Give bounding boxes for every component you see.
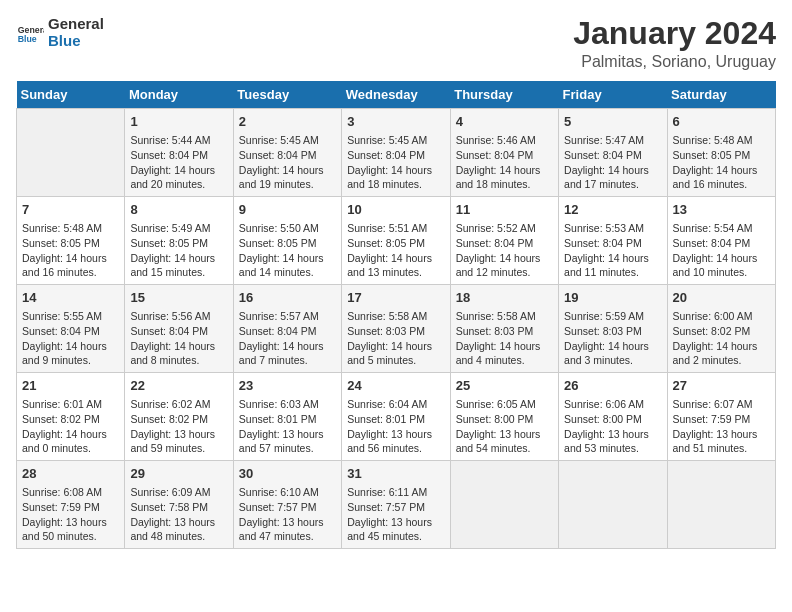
day-number: 5 xyxy=(564,113,661,131)
day-info: Sunrise: 5:51 AM Sunset: 8:05 PM Dayligh… xyxy=(347,221,444,280)
day-info: Sunrise: 6:08 AM Sunset: 7:59 PM Dayligh… xyxy=(22,485,119,544)
day-number: 26 xyxy=(564,377,661,395)
day-info: Sunrise: 5:56 AM Sunset: 8:04 PM Dayligh… xyxy=(130,309,227,368)
calendar-cell: 8Sunrise: 5:49 AM Sunset: 8:05 PM Daylig… xyxy=(125,197,233,285)
svg-text:Blue: Blue xyxy=(18,33,37,43)
day-number: 1 xyxy=(130,113,227,131)
calendar-cell: 1Sunrise: 5:44 AM Sunset: 8:04 PM Daylig… xyxy=(125,109,233,197)
day-info: Sunrise: 6:10 AM Sunset: 7:57 PM Dayligh… xyxy=(239,485,336,544)
day-info: Sunrise: 5:45 AM Sunset: 8:04 PM Dayligh… xyxy=(347,133,444,192)
calendar-cell xyxy=(559,460,667,548)
day-number: 23 xyxy=(239,377,336,395)
day-number: 30 xyxy=(239,465,336,483)
day-info: Sunrise: 6:11 AM Sunset: 7:57 PM Dayligh… xyxy=(347,485,444,544)
day-info: Sunrise: 6:01 AM Sunset: 8:02 PM Dayligh… xyxy=(22,397,119,456)
calendar-cell: 22Sunrise: 6:02 AM Sunset: 8:02 PM Dayli… xyxy=(125,373,233,461)
day-info: Sunrise: 6:06 AM Sunset: 8:00 PM Dayligh… xyxy=(564,397,661,456)
day-info: Sunrise: 5:44 AM Sunset: 8:04 PM Dayligh… xyxy=(130,133,227,192)
day-number: 10 xyxy=(347,201,444,219)
weekday-header-saturday: Saturday xyxy=(667,81,775,109)
calendar-cell: 19Sunrise: 5:59 AM Sunset: 8:03 PM Dayli… xyxy=(559,285,667,373)
day-info: Sunrise: 5:58 AM Sunset: 8:03 PM Dayligh… xyxy=(456,309,553,368)
calendar-cell: 31Sunrise: 6:11 AM Sunset: 7:57 PM Dayli… xyxy=(342,460,450,548)
day-info: Sunrise: 5:48 AM Sunset: 8:05 PM Dayligh… xyxy=(22,221,119,280)
calendar-subtitle: Palmitas, Soriano, Uruguay xyxy=(573,53,776,71)
day-info: Sunrise: 5:46 AM Sunset: 8:04 PM Dayligh… xyxy=(456,133,553,192)
logo-general: General xyxy=(48,16,104,33)
day-info: Sunrise: 6:02 AM Sunset: 8:02 PM Dayligh… xyxy=(130,397,227,456)
calendar-cell: 27Sunrise: 6:07 AM Sunset: 7:59 PM Dayli… xyxy=(667,373,775,461)
page-header: General Blue General Blue January 2024 P… xyxy=(16,16,776,71)
calendar-cell: 5Sunrise: 5:47 AM Sunset: 8:04 PM Daylig… xyxy=(559,109,667,197)
day-number: 9 xyxy=(239,201,336,219)
weekday-header-friday: Friday xyxy=(559,81,667,109)
calendar-cell: 12Sunrise: 5:53 AM Sunset: 8:04 PM Dayli… xyxy=(559,197,667,285)
day-number: 19 xyxy=(564,289,661,307)
day-info: Sunrise: 5:55 AM Sunset: 8:04 PM Dayligh… xyxy=(22,309,119,368)
day-number: 8 xyxy=(130,201,227,219)
calendar-cell: 6Sunrise: 5:48 AM Sunset: 8:05 PM Daylig… xyxy=(667,109,775,197)
day-number: 22 xyxy=(130,377,227,395)
calendar-cell: 11Sunrise: 5:52 AM Sunset: 8:04 PM Dayli… xyxy=(450,197,558,285)
calendar-cell: 3Sunrise: 5:45 AM Sunset: 8:04 PM Daylig… xyxy=(342,109,450,197)
calendar-cell: 10Sunrise: 5:51 AM Sunset: 8:05 PM Dayli… xyxy=(342,197,450,285)
calendar-cell: 9Sunrise: 5:50 AM Sunset: 8:05 PM Daylig… xyxy=(233,197,341,285)
weekday-header-sunday: Sunday xyxy=(17,81,125,109)
day-number: 29 xyxy=(130,465,227,483)
calendar-table: SundayMondayTuesdayWednesdayThursdayFrid… xyxy=(16,81,776,549)
day-number: 27 xyxy=(673,377,770,395)
day-info: Sunrise: 5:52 AM Sunset: 8:04 PM Dayligh… xyxy=(456,221,553,280)
calendar-cell: 18Sunrise: 5:58 AM Sunset: 8:03 PM Dayli… xyxy=(450,285,558,373)
day-number: 15 xyxy=(130,289,227,307)
day-number: 4 xyxy=(456,113,553,131)
day-info: Sunrise: 6:00 AM Sunset: 8:02 PM Dayligh… xyxy=(673,309,770,368)
calendar-week-row: 7Sunrise: 5:48 AM Sunset: 8:05 PM Daylig… xyxy=(17,197,776,285)
day-number: 17 xyxy=(347,289,444,307)
day-number: 16 xyxy=(239,289,336,307)
calendar-cell: 24Sunrise: 6:04 AM Sunset: 8:01 PM Dayli… xyxy=(342,373,450,461)
calendar-cell: 13Sunrise: 5:54 AM Sunset: 8:04 PM Dayli… xyxy=(667,197,775,285)
day-info: Sunrise: 5:47 AM Sunset: 8:04 PM Dayligh… xyxy=(564,133,661,192)
day-info: Sunrise: 5:58 AM Sunset: 8:03 PM Dayligh… xyxy=(347,309,444,368)
logo: General Blue General Blue xyxy=(16,16,104,49)
calendar-cell: 26Sunrise: 6:06 AM Sunset: 8:00 PM Dayli… xyxy=(559,373,667,461)
calendar-cell: 4Sunrise: 5:46 AM Sunset: 8:04 PM Daylig… xyxy=(450,109,558,197)
day-info: Sunrise: 6:05 AM Sunset: 8:00 PM Dayligh… xyxy=(456,397,553,456)
day-number: 18 xyxy=(456,289,553,307)
logo-blue: Blue xyxy=(48,33,104,50)
logo-icon: General Blue xyxy=(16,19,44,47)
calendar-cell: 20Sunrise: 6:00 AM Sunset: 8:02 PM Dayli… xyxy=(667,285,775,373)
calendar-week-row: 28Sunrise: 6:08 AM Sunset: 7:59 PM Dayli… xyxy=(17,460,776,548)
day-info: Sunrise: 6:09 AM Sunset: 7:58 PM Dayligh… xyxy=(130,485,227,544)
calendar-cell: 30Sunrise: 6:10 AM Sunset: 7:57 PM Dayli… xyxy=(233,460,341,548)
calendar-cell: 2Sunrise: 5:45 AM Sunset: 8:04 PM Daylig… xyxy=(233,109,341,197)
day-number: 13 xyxy=(673,201,770,219)
calendar-cell: 28Sunrise: 6:08 AM Sunset: 7:59 PM Dayli… xyxy=(17,460,125,548)
day-number: 25 xyxy=(456,377,553,395)
day-number: 12 xyxy=(564,201,661,219)
day-number: 6 xyxy=(673,113,770,131)
day-number: 14 xyxy=(22,289,119,307)
day-info: Sunrise: 5:54 AM Sunset: 8:04 PM Dayligh… xyxy=(673,221,770,280)
weekday-header-row: SundayMondayTuesdayWednesdayThursdayFrid… xyxy=(17,81,776,109)
calendar-cell: 29Sunrise: 6:09 AM Sunset: 7:58 PM Dayli… xyxy=(125,460,233,548)
day-info: Sunrise: 6:07 AM Sunset: 7:59 PM Dayligh… xyxy=(673,397,770,456)
day-info: Sunrise: 5:49 AM Sunset: 8:05 PM Dayligh… xyxy=(130,221,227,280)
title-area: January 2024 Palmitas, Soriano, Uruguay xyxy=(573,16,776,71)
day-info: Sunrise: 5:57 AM Sunset: 8:04 PM Dayligh… xyxy=(239,309,336,368)
day-info: Sunrise: 5:48 AM Sunset: 8:05 PM Dayligh… xyxy=(673,133,770,192)
calendar-cell: 16Sunrise: 5:57 AM Sunset: 8:04 PM Dayli… xyxy=(233,285,341,373)
day-number: 20 xyxy=(673,289,770,307)
day-number: 11 xyxy=(456,201,553,219)
calendar-cell: 23Sunrise: 6:03 AM Sunset: 8:01 PM Dayli… xyxy=(233,373,341,461)
day-number: 28 xyxy=(22,465,119,483)
day-number: 7 xyxy=(22,201,119,219)
weekday-header-wednesday: Wednesday xyxy=(342,81,450,109)
day-number: 21 xyxy=(22,377,119,395)
day-number: 31 xyxy=(347,465,444,483)
calendar-week-row: 21Sunrise: 6:01 AM Sunset: 8:02 PM Dayli… xyxy=(17,373,776,461)
day-number: 3 xyxy=(347,113,444,131)
day-info: Sunrise: 5:50 AM Sunset: 8:05 PM Dayligh… xyxy=(239,221,336,280)
calendar-week-row: 1Sunrise: 5:44 AM Sunset: 8:04 PM Daylig… xyxy=(17,109,776,197)
calendar-cell: 7Sunrise: 5:48 AM Sunset: 8:05 PM Daylig… xyxy=(17,197,125,285)
